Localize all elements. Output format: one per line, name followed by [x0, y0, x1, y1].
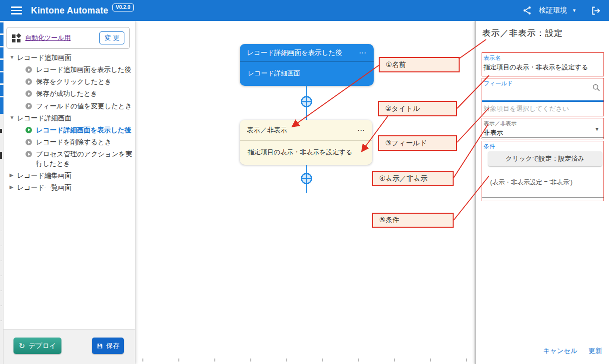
caret-right-icon[interactable]: ▶ [9, 172, 17, 178]
caret-down-icon[interactable]: ▼ [9, 115, 17, 120]
search-icon[interactable] [592, 83, 601, 94]
deploy-button[interactable]: ↻ デプロイ [13, 338, 61, 354]
annotation-visibility: ④表示／非表示 [372, 171, 454, 186]
chevron-down-icon[interactable]: ▼ [595, 126, 600, 132]
page-title: Kintone Automate [31, 5, 108, 16]
tree-item-label: フィールドの値を変更したとき [36, 102, 132, 111]
kintone-automate-app: Kintone Automate V0.2.0 検証環境 ▼ [0, 0, 609, 364]
add-node-button[interactable] [300, 172, 313, 185]
tree-item-label: レコード追加画面を表示した後 [36, 65, 131, 74]
event-play-icon [25, 103, 32, 109]
settings-panel-title: 表示／非表示：設定 [482, 27, 563, 39]
tree-section-label: レコード編集画面 [17, 171, 71, 180]
version-badge: V0.2.0 [112, 3, 134, 11]
tree-section-label: レコード詳細画面 [17, 114, 71, 123]
trigger-node-card[interactable]: レコード詳細画面を表示した後 ⋯ レコード詳細画面 [240, 44, 374, 86]
annotation-title: ②タイトル [378, 101, 457, 116]
annotation-field: ③フィールド [378, 135, 457, 151]
share-icon[interactable] [522, 5, 532, 15]
panel-actions: キャンセル 更新 [543, 347, 602, 356]
field-search-input[interactable] [484, 89, 589, 97]
tree-item[interactable]: フィールドの値を変更したとき [3, 100, 135, 112]
deploy-button-label: デプロイ [28, 342, 56, 351]
tree-item[interactable]: レコードを削除するとき [3, 136, 135, 148]
environment-label[interactable]: 検証環境 [539, 6, 567, 15]
trigger-node-title: レコード詳細画面を表示した後 [247, 48, 342, 57]
tree-item-label: 保存が成功したとき [36, 89, 97, 98]
tree-item[interactable]: プロセス管理のアクションを実行したとき [3, 148, 135, 169]
sidebar-tree: ▼レコード追加画面レコード追加画面を表示した後保存をクリックしたとき保存が成功し… [3, 52, 135, 194]
display-name-field: 表示名 指定項目の表示・非表示を設定する [482, 52, 604, 76]
save-icon [96, 343, 103, 350]
cancel-button[interactable]: キャンセル [543, 347, 578, 356]
environment-caret-icon[interactable]: ▼ [572, 8, 577, 13]
trigger-node-subtitle: レコード詳細画面 [248, 69, 300, 78]
flow-canvas: レコード詳細画面を表示した後 ⋯ レコード詳細画面 表示／非表示 ⋯ 指定項目の… [135, 21, 475, 364]
tree-item[interactable]: レコード追加画面を表示した後 [3, 64, 135, 76]
tree-section[interactable]: ▶レコード編集画面 [3, 170, 135, 182]
app-selector: 自動化ツール用 変 更 [6, 27, 130, 49]
tree-section[interactable]: ▶レコード一覧画面 [3, 182, 135, 194]
action-node-card[interactable]: 表示／非表示 ⋯ 指定項目の表示・非表示を設定する [240, 120, 372, 165]
visibility-select[interactable]: 表示／非表示 非表示 ▼ [482, 118, 604, 139]
app-icon [12, 34, 20, 42]
action-node-subtitle: 指定項目の表示・非表示を設定する [248, 148, 352, 157]
tree-section-label: レコード追加画面 [17, 53, 71, 62]
field-label: フィールド [482, 78, 604, 87]
tree-section-label: レコード一覧画面 [17, 183, 71, 192]
tree-item-label: プロセス管理のアクションを実行したとき [36, 150, 133, 168]
settings-panel: 表示／非表示：設定 表示名 指定項目の表示・非表示を設定する フィールド 対象項… [475, 21, 609, 364]
change-app-button[interactable]: 変 更 [99, 31, 124, 44]
left-minimap-strip [0, 21, 3, 364]
event-play-icon [25, 139, 32, 145]
select-underline [482, 137, 604, 138]
tree-item[interactable]: 保存が成功したとき [3, 88, 135, 100]
top-bar: Kintone Automate V0.2.0 検証環境 ▼ [0, 0, 609, 21]
tree-item-label: レコードを削除するとき [36, 138, 111, 147]
annotation-condition: ⑤条件 [372, 213, 454, 228]
field-helper-text: 対象項目を選択してください [484, 104, 569, 113]
annotation-name: ①名前 [379, 57, 460, 72]
display-name-value[interactable]: 指定項目の表示・非表示を設定する [482, 62, 604, 74]
tree-section[interactable]: ▼レコード詳細画面 [3, 112, 135, 124]
hamburger-menu-icon[interactable] [11, 6, 22, 14]
event-play-icon [25, 90, 32, 97]
display-name-label: 表示名 [482, 53, 604, 62]
caret-right-icon[interactable]: ▶ [9, 184, 17, 190]
condition-label: 条件 [482, 141, 604, 150]
add-node-button[interactable] [300, 95, 313, 108]
event-play-icon [25, 151, 32, 157]
condition-divider [482, 197, 604, 198]
save-button-label: 保存 [106, 342, 120, 351]
visibility-label: 表示／非表示 [482, 118, 604, 127]
event-play-icon [25, 66, 32, 73]
sidebar-footer: ↻ デプロイ 保存 [3, 329, 135, 364]
update-button[interactable]: 更新 [589, 347, 602, 356]
field-selector: フィールド 対象項目を選択してください [482, 78, 604, 116]
event-play-icon [25, 127, 32, 133]
condition-set-button[interactable]: クリックで設定：設定済み [488, 151, 602, 166]
tree-section[interactable]: ▼レコード追加画面 [3, 52, 135, 64]
save-button[interactable]: 保存 [92, 338, 124, 354]
tree-item-label: レコード詳細画面を表示した後 [36, 126, 131, 135]
sync-icon: ↻ [19, 342, 25, 350]
event-play-icon [25, 78, 32, 85]
sidebar: 自動化ツール用 変 更 ▼レコード追加画面レコード追加画面を表示した後保存をクリ… [3, 21, 135, 364]
condition-expression: (表示・非表示設定 = '非表示') [490, 178, 573, 187]
tree-item-label: 保存をクリックしたとき [36, 77, 111, 86]
input-focus-underline [482, 100, 604, 102]
tree-item[interactable]: レコード詳細画面を表示した後 [3, 124, 135, 136]
condition-field: 条件 クリックで設定：設定済み (表示・非表示設定 = '非表示') [482, 141, 604, 201]
caret-down-icon[interactable]: ▼ [9, 54, 17, 60]
action-node-title: 表示／非表示 [247, 126, 287, 135]
app-name-link[interactable]: 自動化ツール用 [25, 33, 71, 42]
logout-icon[interactable] [591, 5, 601, 16]
tree-item[interactable]: 保存をクリックしたとき [3, 76, 135, 88]
